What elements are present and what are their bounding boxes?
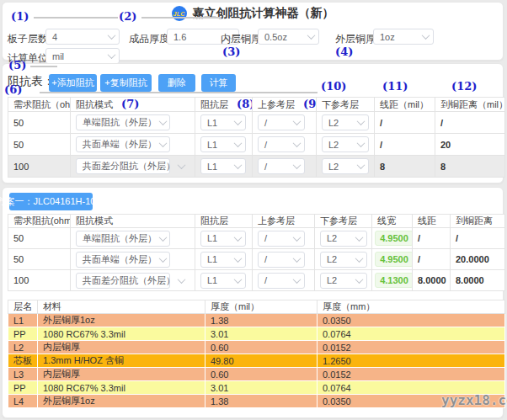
chevron-down-icon: [234, 275, 243, 284]
upper-ref-select[interactable]: /: [258, 252, 305, 268]
chevron-down-icon: [293, 161, 302, 169]
upper-ref-select[interactable]: /: [258, 231, 305, 247]
trace-width-badge: 4.9500: [375, 231, 413, 246]
outer-copper-select[interactable]: 1oz: [373, 29, 434, 45]
impedance-value: 50: [8, 112, 71, 134]
chevron-down-icon: [293, 275, 302, 284]
lower-ref-select[interactable]: L2: [322, 114, 369, 130]
mode-select[interactable]: 共面差分阻抗（外层）: [76, 273, 170, 289]
annotation-12: (12): [451, 80, 477, 93]
board-layers-select[interactable]: 4: [45, 29, 120, 45]
col-impedance-layer: 阻抗层(8): [195, 98, 253, 112]
chevron-down-icon: [357, 161, 366, 169]
chevron-down-icon: [355, 254, 364, 263]
to-copper-value: 8.0000: [451, 270, 505, 291]
upper-ref-select[interactable]: /: [258, 273, 305, 289]
annotation-10: (10): [321, 80, 346, 93]
col-impedance-layer: 阻抗层: [195, 215, 253, 228]
app-header: JLC 嘉立创阻抗计算神器（新）: [3, 6, 503, 21]
chevron-down-icon: [159, 139, 168, 147]
copy-impedance-button[interactable]: +复制阻抗: [100, 74, 152, 92]
spacing-value: /: [413, 228, 451, 249]
col-spacing: 线距: [413, 215, 451, 228]
calc-unit-value: mil: [52, 51, 64, 61]
layer-select[interactable]: L1: [200, 158, 246, 174]
inner-copper-select[interactable]: 0.5oz: [258, 29, 319, 45]
lower-ref-select[interactable]: L2: [320, 231, 367, 247]
outer-copper-label: 外层铜厚: [335, 32, 376, 46]
lower-ref-select[interactable]: L2: [320, 273, 367, 289]
lower-ref-select[interactable]: L2: [322, 158, 369, 174]
chevron-down-icon: [293, 139, 302, 147]
col-required-impedance: 需求阻抗（ohm）: [8, 98, 71, 112]
add-impedance-button[interactable]: +添加阻抗: [49, 74, 97, 92]
impedance-table: 需求阻抗（ohm） 阻抗模式(7) 阻抗层(8) 上参考层(9) 下参考层 线距…: [8, 97, 505, 178]
layer-select[interactable]: L1: [200, 252, 246, 268]
mode-select[interactable]: 共面差分阻抗（外层）: [76, 158, 170, 174]
stackup-row-l2: L2内层铜厚0.600.0152: [8, 341, 505, 354]
annotation-1: (1): [11, 10, 29, 23]
stackup-row-pp2: PP1080 RC67% 3.3mil3.010.0764: [8, 381, 505, 395]
stackup-row-pp1: PP1080 RC67% 3.3mil3.010.0764: [8, 327, 505, 341]
impedance-row-2[interactable]: 50 共面单端（外层） L1 / L2 / 20: [8, 134, 505, 156]
chevron-down-icon: [307, 31, 316, 40]
chevron-down-icon: [234, 161, 243, 169]
solution-tab-button[interactable]: 方案一：JLC04161H-1080: [9, 193, 93, 210]
spacing-value: 8: [375, 156, 435, 178]
finished-thickness-value: 1.6: [173, 32, 186, 42]
mode-select[interactable]: 单端阻抗（外层）: [76, 231, 170, 247]
layer-select[interactable]: L1: [200, 136, 246, 152]
col-to-copper: 到铜距离: [451, 215, 505, 228]
delete-button[interactable]: 删除: [158, 74, 195, 92]
impedance-value: 50: [8, 228, 71, 249]
impedance-value: 100: [8, 156, 71, 178]
col-lower-ref: 下参考层: [315, 215, 372, 228]
col-to-copper: 到铜距离（mil）: [435, 98, 505, 112]
annotation-11: (11): [382, 80, 408, 93]
calc-unit-select[interactable]: mil: [45, 48, 120, 64]
impedance-row-3-selected[interactable]: 100 共面差分阻抗（外层） L1 / L2 8 8: [8, 156, 505, 178]
chevron-down-icon: [293, 117, 302, 125]
chevron-down-icon: [234, 117, 243, 125]
solution-row-2: 50 共面单端（外层） L1 / L2 4.9500 / 20.0000: [8, 249, 505, 270]
annotation-8: (8): [237, 98, 253, 110]
finished-thickness-label: 成品厚度: [129, 32, 169, 46]
lower-ref-select[interactable]: L2: [320, 252, 367, 268]
inner-copper-label: 内层铜厚: [221, 32, 261, 46]
chevron-down-icon: [293, 233, 302, 242]
layer-select[interactable]: L1: [200, 273, 246, 289]
impedance-row-1[interactable]: 50 单端阻抗（外层） L1 / L2 / /: [8, 112, 505, 134]
col-thickness-mil: 厚度（mil）: [205, 300, 318, 314]
stackup-table: 层名 材料 厚度（mil） 厚度（mm） L1外层铜厚1oz1.380.0350…: [8, 300, 505, 408]
col-layer-name: 层名: [8, 300, 38, 314]
upper-ref-select[interactable]: /: [258, 136, 305, 152]
chevron-down-icon: [234, 139, 243, 147]
col-material: 材料: [38, 300, 205, 314]
chevron-down-icon: [178, 275, 186, 284]
layer-select[interactable]: L1: [200, 231, 246, 247]
chevron-down-icon: [355, 275, 364, 284]
trace-width-badge: 4.1300: [375, 273, 413, 288]
chevron-down-icon: [108, 51, 116, 59]
upper-ref-select[interactable]: /: [258, 114, 305, 130]
lower-ref-select[interactable]: L2: [322, 136, 369, 152]
mode-select[interactable]: 共面单端（外层）: [76, 252, 170, 268]
mode-select[interactable]: 单端阻抗（外层）: [76, 114, 170, 130]
calculate-button[interactable]: 计算: [201, 74, 236, 92]
inner-copper-value: 0.5oz: [264, 32, 287, 42]
to-copper-value: /: [435, 112, 505, 134]
col-trace-width: 线宽: [372, 215, 413, 228]
impedance-table-header: 需求阻抗（ohm） 阻抗模式(7) 阻抗层(8) 上参考层(9) 下参考层 线距…: [8, 98, 505, 112]
upper-ref-select[interactable]: /: [258, 158, 305, 174]
col-lower-ref: 下参考层: [317, 98, 375, 112]
mode-select[interactable]: 共面单端（外层）: [76, 136, 170, 152]
col-required-impedance: 需求阻抗(ohm): [8, 215, 71, 228]
chevron-down-icon: [234, 254, 243, 263]
col-upper-ref: 上参考层: [253, 215, 315, 228]
chevron-down-icon: [355, 233, 364, 242]
annotation-3: (3): [222, 45, 240, 58]
annotation-line: [40, 92, 318, 93]
annotation-line: [141, 17, 221, 19]
layer-select[interactable]: L1: [200, 114, 246, 130]
chevron-down-icon: [108, 31, 116, 40]
